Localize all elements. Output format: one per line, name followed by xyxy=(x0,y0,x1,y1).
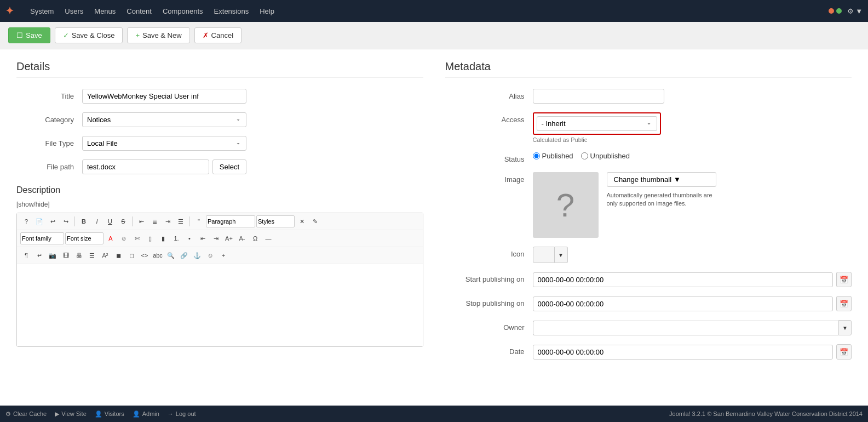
date-input[interactable] xyxy=(533,345,833,360)
x-icon: ✗ xyxy=(203,31,209,39)
nav-system[interactable]: System xyxy=(30,7,54,15)
select-button[interactable]: Select xyxy=(212,159,246,174)
etb-code[interactable]: <> xyxy=(139,249,151,261)
etb-shrink[interactable]: A- xyxy=(236,232,248,244)
etb-print[interactable]: 🖶 xyxy=(73,249,85,261)
etb-rtl[interactable]: ↵ xyxy=(33,249,45,261)
etb-find[interactable]: 🔍 xyxy=(165,249,177,261)
etb-table[interactable]: ☰ xyxy=(86,249,98,261)
etb-cols[interactable]: ◼ xyxy=(112,249,124,261)
etb-paint[interactable]: ✎ xyxy=(309,215,321,227)
etb-clear-format[interactable]: ✕ xyxy=(296,215,308,227)
etb-strikethrough[interactable]: S xyxy=(117,215,129,227)
etb-frame[interactable]: ◻ xyxy=(125,249,137,261)
nav-extensions[interactable]: Extensions xyxy=(214,7,249,15)
etb-emotion[interactable]: ☺ xyxy=(204,249,216,261)
title-input[interactable] xyxy=(82,89,246,104)
save-new-button[interactable]: + Save & New xyxy=(127,27,189,43)
save-close-button[interactable]: ✓ Save & Close xyxy=(55,27,123,43)
etb-special-char[interactable]: Ω xyxy=(249,232,261,244)
dot-orange xyxy=(829,8,834,14)
etb-align-left[interactable]: ⇤ xyxy=(135,215,147,227)
start-publish-calendar[interactable]: 📅 xyxy=(836,272,852,287)
unpublished-radio[interactable] xyxy=(581,152,588,159)
etb-font-color[interactable]: A xyxy=(105,232,117,244)
etb-link[interactable]: 🔗 xyxy=(178,249,190,261)
etb-media[interactable]: 🎞 xyxy=(60,249,72,261)
status-control: Published Unpublished xyxy=(533,152,852,160)
etb-italic[interactable]: I xyxy=(91,215,103,227)
etb-undo[interactable]: ↩ xyxy=(47,215,59,227)
stop-publish-calendar[interactable]: 📅 xyxy=(836,296,852,311)
nav-help[interactable]: Help xyxy=(260,7,274,15)
nav-components[interactable]: Components xyxy=(163,7,203,15)
etb-cut[interactable]: ✄ xyxy=(131,232,143,244)
etb-outdent[interactable]: ⇤ xyxy=(197,232,209,244)
start-publish-input[interactable] xyxy=(533,272,833,287)
etb-anchor[interactable]: ⚓ xyxy=(191,249,203,261)
nav-users[interactable]: Users xyxy=(65,7,83,15)
etb-bold[interactable]: B xyxy=(78,215,90,227)
cancel-button[interactable]: ✗ Cancel xyxy=(194,27,242,43)
editor-body[interactable] xyxy=(17,264,423,346)
change-thumbnail-button[interactable]: Change thumbnail ▼ xyxy=(607,172,716,187)
owner-row: Owner ▼ xyxy=(445,320,852,335)
stop-publish-input[interactable] xyxy=(533,296,833,311)
icon-caret[interactable]: ▼ xyxy=(555,247,568,263)
access-select[interactable]: - Inherit xyxy=(537,116,657,131)
icon-dropdown: ▼ xyxy=(533,247,852,263)
nav-menus[interactable]: Menus xyxy=(94,7,116,15)
etb-new-doc[interactable]: 📄 xyxy=(33,215,45,227)
etb-styles-select[interactable]: Styles xyxy=(256,215,295,227)
etb-img[interactable]: 📷 xyxy=(47,249,59,261)
file-path-row: File path Select xyxy=(16,159,423,174)
etb-font-size[interactable]: Font size xyxy=(65,232,104,244)
etb-spellcheck[interactable]: abc xyxy=(152,249,164,261)
nav-content[interactable]: Content xyxy=(127,7,152,15)
owner-caret[interactable]: ▼ xyxy=(838,320,852,335)
date-calendar[interactable]: 📅 xyxy=(836,344,852,360)
published-label[interactable]: Published xyxy=(533,152,573,160)
etb-redo[interactable]: ↪ xyxy=(60,215,72,227)
alias-row: Alias xyxy=(445,89,852,104)
etb-highlight[interactable]: ☺ xyxy=(118,232,130,244)
category-select[interactable]: Notices xyxy=(82,112,246,127)
clear-cache-link[interactable]: ⚙ Clear Cache xyxy=(5,410,47,412)
admin-link[interactable]: 👤 Admin xyxy=(133,410,159,412)
view-site-link[interactable]: ▶ View Site xyxy=(55,410,87,412)
etb-align-center[interactable]: ≣ xyxy=(148,215,160,227)
save-button[interactable]: ☐ Save xyxy=(8,27,50,43)
etb-sup[interactable]: A² xyxy=(99,249,111,261)
etb-underline[interactable]: U xyxy=(104,215,116,227)
etb-sep3 xyxy=(189,216,190,226)
etb-align-right[interactable]: ⇥ xyxy=(162,215,174,227)
etb-enlarge[interactable]: A+ xyxy=(223,232,235,244)
etb-paste[interactable]: ▮ xyxy=(157,232,169,244)
visitors-link[interactable]: 👤 Visitors xyxy=(95,410,124,412)
date-row: Date 📅 xyxy=(445,344,852,360)
showhide-toggle[interactable]: [show/hide] xyxy=(16,201,423,208)
toolbar: ☐ Save ✓ Save & Close + Save & New ✗ Can… xyxy=(0,22,868,49)
etb-paragraph-select[interactable]: Paragraph xyxy=(206,215,255,227)
etb-help[interactable]: ? xyxy=(20,215,32,227)
right-column: Metadata Alias Access - Inherit Calcu xyxy=(445,60,852,368)
alias-input[interactable] xyxy=(533,89,664,104)
published-radio[interactable] xyxy=(533,152,540,159)
unpublished-label[interactable]: Unpublished xyxy=(581,152,630,160)
file-type-select[interactable]: Local File xyxy=(82,136,246,151)
etb-align-justify[interactable]: ☰ xyxy=(175,215,187,227)
etb-indent[interactable]: ⇥ xyxy=(210,232,222,244)
etb-list-ol[interactable]: 1. xyxy=(170,232,182,244)
etb-font-family[interactable]: Font family xyxy=(20,232,64,244)
etb-para[interactable]: ¶ xyxy=(20,249,32,261)
etb-list-ul[interactable]: • xyxy=(183,232,196,244)
etb-copy[interactable]: ▯ xyxy=(144,232,156,244)
etb-blockquote[interactable]: " xyxy=(193,215,205,227)
owner-input[interactable] xyxy=(533,321,839,335)
settings-icon[interactable]: ⚙ ▼ xyxy=(847,7,863,15)
etb-more[interactable]: + xyxy=(217,249,229,261)
etb-hr[interactable]: — xyxy=(262,232,274,244)
owner-control: ▼ xyxy=(533,320,852,335)
logout-link[interactable]: → Log out xyxy=(168,410,196,411)
file-path-input[interactable] xyxy=(82,159,209,174)
